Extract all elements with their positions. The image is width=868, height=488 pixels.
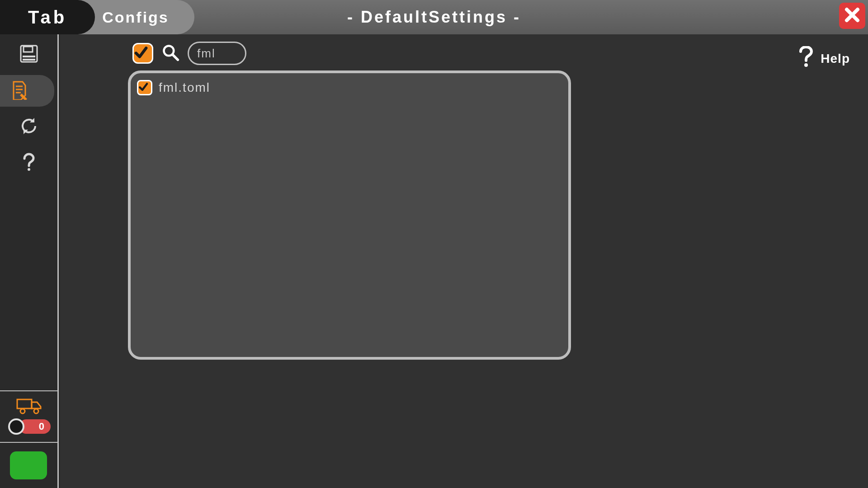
sidebar-refresh-button[interactable]: [6, 111, 52, 143]
svg-rect-2: [23, 56, 35, 57]
select-all-checkbox[interactable]: [132, 43, 153, 64]
list-item[interactable]: fml.toml: [137, 78, 562, 98]
search-icon: [161, 43, 179, 63]
refresh-icon: [19, 116, 39, 138]
sidebar-save-button[interactable]: [6, 39, 52, 70]
svg-rect-3: [23, 59, 35, 61]
search-value: fml: [197, 47, 216, 61]
list-item-label: fml.toml: [159, 80, 210, 95]
svg-rect-1: [24, 47, 33, 52]
toolbar: fml: [132, 42, 246, 65]
sidebar-help-button[interactable]: [6, 147, 52, 179]
sidebar: 0: [0, 34, 59, 369]
svg-point-7: [28, 168, 30, 171]
page-title-wrap: - DefaultSettings -: [347, 0, 521, 34]
check-icon: [138, 82, 151, 94]
tab-main-label: Tab: [28, 7, 67, 28]
tab-main[interactable]: Tab: [0, 0, 95, 34]
tab-configs-label: Configs: [102, 9, 169, 26]
sidebar-edit-button[interactable]: [0, 75, 54, 107]
main-panel: fml Help fml.toml: [60, 34, 658, 369]
search-input[interactable]: fml: [188, 42, 246, 65]
svg-line-12: [173, 55, 178, 60]
list-item-checkbox[interactable]: [137, 80, 152, 95]
page-title: - DefaultSettings -: [347, 8, 521, 27]
floppy-icon: [19, 44, 39, 66]
file-list: fml.toml: [128, 70, 571, 360]
question-icon: [19, 152, 39, 174]
check-icon: [134, 45, 152, 61]
topbar: Configs Tab - DefaultSettings -: [0, 0, 658, 34]
document-edit-icon: [9, 80, 29, 102]
